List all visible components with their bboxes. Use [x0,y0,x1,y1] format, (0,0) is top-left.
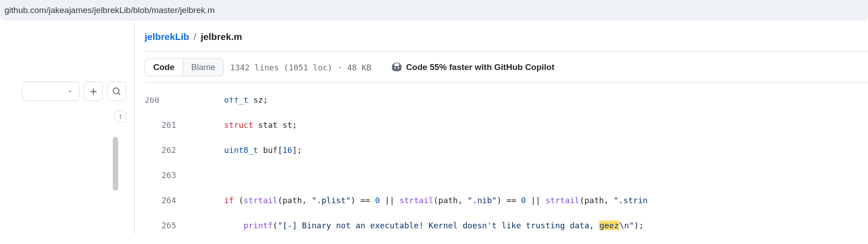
url-text: github.com/jakeajames/jelbrekLib/blob/ma… [4,5,215,15]
code-line: uint8_t buf[16]; [185,144,868,157]
search-icon [112,87,121,96]
copilot-percent: 55% [430,62,447,72]
scrollbar-thumb[interactable] [113,137,118,191]
copilot-icon [391,62,402,73]
file-header: Code Blame 1342 lines (1051 loc) · 48 KB… [145,51,868,83]
view-segmented-control: Code Blame [145,58,224,76]
code-lines[interactable]: off_t sz; struct stat st; uint8_t buf[16… [185,85,868,244]
branch-dropdown[interactable] [22,82,80,101]
file-info: 1342 lines (1051 loc) · 48 KB [230,63,371,72]
line-number-gutter: 260 261 262 263 264 265 266 [145,85,185,244]
plus-icon [89,87,97,96]
add-file-button[interactable] [84,82,103,101]
copilot-text-prefix: Code [406,62,430,72]
code-area: 260 261 262 263 264 265 266 off_t sz; st… [145,83,868,244]
file-view: jelbrekLib / jelbrek.m Code Blame 1342 l… [135,23,868,244]
tab-code[interactable]: Code [145,59,183,76]
tab-blame[interactable]: Blame [183,59,224,76]
breadcrumb-repo-link[interactable]: jelbrekLib [145,31,189,42]
keyboard-shortcut-badge: t [115,111,126,122]
breadcrumb: jelbrekLib / jelbrek.m [145,31,868,42]
code-line: printf("[-] Binary not an executable! Ke… [185,219,868,232]
copilot-promo[interactable]: Code 55% faster with GitHub Copilot [391,62,554,73]
code-line: struct stat st; [185,119,868,131]
left-sidebar: t [0,23,135,234]
code-line [185,169,868,182]
search-highlight: geez [599,221,619,230]
code-line: if (strtail(path, ".plist") == 0 || strt… [185,194,868,207]
breadcrumb-file: jelbrek.m [201,31,242,42]
code-line: off_t sz; [185,97,868,106]
breadcrumb-separator: / [192,31,198,42]
search-button[interactable] [107,82,126,101]
caret-down-icon [67,89,73,94]
copilot-text-suffix: faster with GitHub Copilot [447,62,554,72]
url-bar[interactable]: github.com/jakeajames/jelbrekLib/blob/ma… [0,0,868,21]
